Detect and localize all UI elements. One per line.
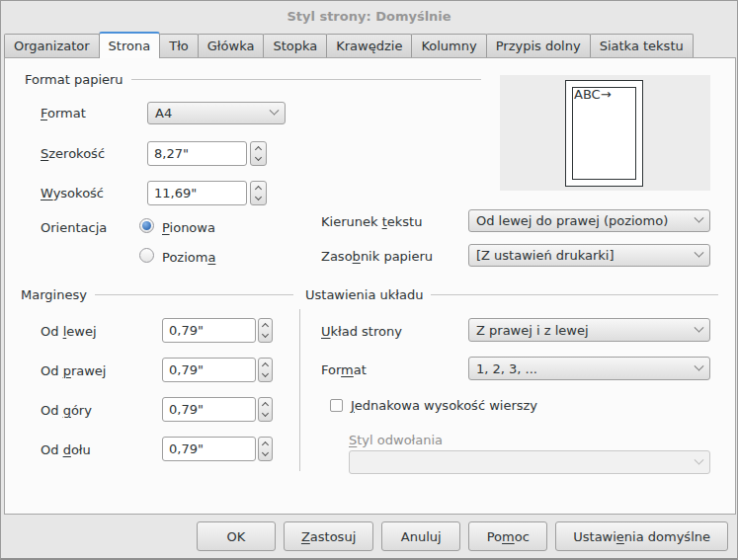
spin-down-icon[interactable] [262,410,269,417]
apply-button[interactable]: Zastosuj [284,521,373,551]
format-label: Format [41,106,86,120]
numbering-format-label: Format [321,362,367,377]
dialog-button-row: OK Zastosuj Anuluj Pomoc Ustawienia domy… [1,521,728,551]
paper-format-group-header: Format papieru [25,72,481,87]
defaults-button[interactable]: Ustawienia domyślne [555,521,728,551]
preview-abc-text: ABC→ [574,87,612,102]
spin-up-icon[interactable] [255,186,262,193]
titlebar[interactable]: Styl strony: Domyślnie [1,1,737,31]
chevron-down-icon [695,213,704,223]
ok-button[interactable]: OK [197,521,276,551]
margin-left-label: Od lewej [41,324,97,339]
group-divider-line [131,79,481,80]
margin-bottom-stepper[interactable] [258,437,273,461]
width-stepper[interactable] [250,141,267,166]
spin-up-icon[interactable] [262,441,269,448]
paper-tray-value: [Z ustawień drukarki] [476,248,614,263]
page-style-dialog: Styl strony: Domyślnie Organizator Stron… [0,0,738,560]
paper-format-group-title: Format papieru [25,72,123,87]
group-divider-line [95,294,293,295]
margin-top-label: Od góry [41,403,92,418]
landscape-radio[interactable] [139,248,154,263]
chevron-down-icon [270,106,280,116]
group-vertical-divider [299,309,300,471]
chevron-down-icon [695,360,704,370]
margin-left-stepper[interactable] [258,318,273,343]
portrait-radio[interactable] [139,218,154,233]
height-stepper[interactable] [250,181,267,205]
spin-up-icon[interactable] [262,323,269,330]
height-label: Wysokość [41,186,104,200]
page-layout-label: Układ strony [321,324,402,339]
paper-tray-select[interactable]: [Z ustawień drukarki] [468,244,710,267]
margins-group-title: Marginesy [21,287,87,302]
chevron-down-icon [695,248,704,258]
spin-up-icon[interactable] [262,402,269,409]
strona-tab-panel: Format papieru Format A4 Szerokość Wysok… [4,57,736,515]
spin-down-icon[interactable] [255,194,262,200]
row-height-checkbox[interactable] [330,399,343,412]
margin-right-label: Od prawej [41,363,106,378]
text-direction-value: Od lewej do prawej (poziomo) [476,213,668,228]
paper-format-select[interactable]: A4 [147,102,286,124]
margin-top-input[interactable] [162,397,256,422]
tab-kolumny[interactable]: Kolumny [411,34,486,57]
text-direction-label: Kierunek tekstu [321,214,422,229]
cancel-button[interactable]: Anuluj [381,521,460,551]
tab-tlo[interactable]: Tło [159,34,199,57]
preview-page: ABC→ [565,80,643,187]
reference-style-select [349,450,710,474]
page-preview: ABC→ [500,75,710,191]
margin-bottom-input[interactable] [162,437,256,461]
dialog-title: Styl strony: Domyślnie [287,9,451,24]
chevron-down-icon [695,454,704,464]
row-height-checkbox-label[interactable]: Jednakowa wysokość wierszy [351,398,537,413]
spin-up-icon[interactable] [255,146,262,153]
width-input[interactable] [147,141,247,166]
chevron-down-icon [695,322,704,332]
group-divider-line [431,294,718,295]
spin-down-icon[interactable] [262,370,269,377]
spin-down-icon[interactable] [255,154,262,161]
preview-margin-box: ABC→ [572,87,636,180]
height-input[interactable] [147,181,247,205]
margin-top-stepper[interactable] [258,397,273,422]
page-layout-select[interactable]: Z prawej i z lewej [468,318,710,342]
layout-settings-group-header: Ustawienia układu [305,287,718,302]
tab-siatka-tekstu[interactable]: Siatka tekstu [590,34,694,57]
width-label: Szerokość [41,146,105,161]
margin-bottom-label: Od dołu [41,442,91,457]
margin-right-stepper[interactable] [258,358,273,382]
orientation-label: Orientacja [41,220,107,235]
tab-glowka[interactable]: Główka [198,34,265,57]
margins-group-header: Marginesy [21,287,293,302]
tab-krawedzie[interactable]: Krawędzie [326,34,412,57]
spin-up-icon[interactable] [262,362,269,369]
spin-down-icon[interactable] [262,449,269,456]
layout-settings-group-title: Ustawienia układu [305,287,423,302]
margin-right-input[interactable] [162,358,256,382]
paper-format-value: A4 [155,106,172,120]
reference-style-label: Styl odwołania [349,433,443,447]
help-button[interactable]: Pomoc [468,521,547,551]
tab-przypis-dolny[interactable]: Przypis dolny [486,34,591,57]
tab-strona[interactable]: Strona [99,32,161,58]
margin-left-input[interactable] [162,318,256,343]
portrait-radio-label[interactable]: Pionowa [162,220,215,235]
landscape-radio-label[interactable]: Pozioma [162,250,215,265]
tab-stopka[interactable]: Stopka [263,34,327,57]
text-direction-select[interactable]: Od lewej do prawej (poziomo) [468,209,710,232]
paper-tray-label: Zasobnik papieru [321,249,433,264]
spin-down-icon[interactable] [262,331,269,338]
numbering-format-value: 1, 2, 3, ... [476,361,537,376]
tab-bar: Organizator Strona Tło Główka Stopka Kra… [4,34,694,57]
numbering-format-select[interactable]: 1, 2, 3, ... [468,357,710,380]
page-layout-value: Z prawej i z lewej [476,323,589,338]
tab-organizator[interactable]: Organizator [4,34,100,57]
